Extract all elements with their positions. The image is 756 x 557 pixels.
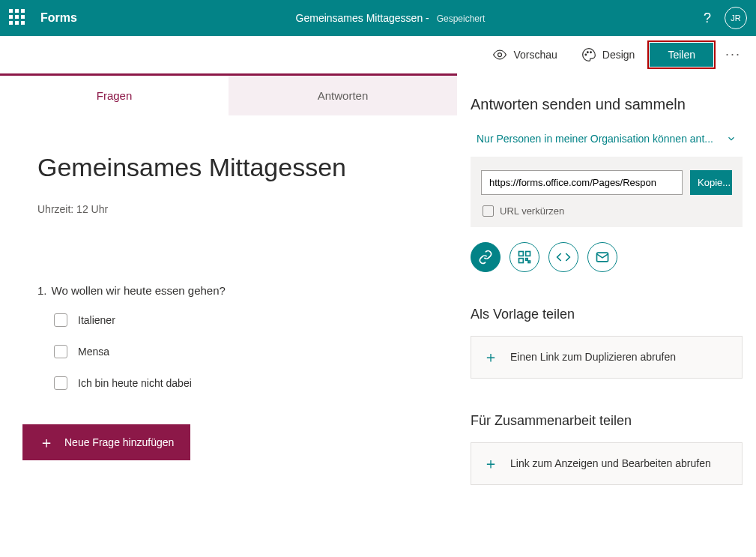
tab-answers[interactable]: Antworten — [229, 76, 457, 115]
option-row[interactable]: Italiener — [54, 313, 421, 327]
share-embed-icon[interactable] — [548, 242, 578, 272]
permission-label: Nur Personen in meiner Organisation könn… — [477, 133, 713, 145]
option-row[interactable]: Mensa — [54, 345, 421, 358]
plus-icon: ＋ — [39, 435, 54, 450]
option-label: Ich bin heute nicht dabei — [78, 377, 192, 389]
help-icon[interactable]: ? — [704, 10, 711, 26]
form-subtitle[interactable]: Uhrzeit: 12 Uhr — [37, 203, 421, 215]
svg-point-1 — [585, 54, 587, 55]
svg-rect-8 — [528, 261, 530, 263]
app-name: Forms — [40, 11, 77, 25]
option-row[interactable]: Ich bin heute nicht dabei — [54, 376, 421, 390]
svg-point-2 — [587, 51, 588, 52]
get-collab-link-button[interactable]: ＋Link zum Anzeigen und Bearbeiten abrufe… — [471, 442, 743, 485]
preview-label: Vorschau — [513, 49, 557, 61]
share-pane: Antworten senden und sammeln Nur Persone… — [457, 73, 756, 557]
chevron-down-icon — [726, 133, 737, 144]
question-number: 1. — [37, 284, 47, 297]
checkbox-icon — [54, 376, 67, 390]
checkbox-icon — [483, 205, 494, 217]
get-duplicate-link-button[interactable]: ＋Einen Link zum Duplizieren abrufen — [471, 336, 743, 379]
shorten-url-label: URL verkürzen — [500, 205, 564, 217]
option-label: Mensa — [78, 346, 109, 358]
template-section-title: Als Vorlage teilen — [471, 307, 743, 322]
svg-point-0 — [498, 52, 502, 56]
share-qr-icon[interactable] — [509, 242, 539, 272]
design-button[interactable]: Design — [572, 43, 644, 67]
document-title[interactable]: Gemeinsames Mittagessen — [296, 12, 423, 24]
eye-icon — [492, 47, 507, 62]
share-method-row — [471, 242, 743, 272]
tab-strip: Fragen Antworten — [0, 73, 457, 115]
svg-rect-4 — [519, 252, 524, 256]
avatar[interactable]: JR — [725, 7, 747, 29]
checkbox-icon — [54, 313, 67, 327]
form-title[interactable]: Gemeinsames Mittagessen — [37, 153, 421, 182]
question-1[interactable]: 1. Wo wollen wir heute essen gehen? Ital… — [37, 284, 421, 390]
save-status: Gespeichert — [437, 13, 486, 24]
editor-pane: Fragen Antworten Gemeinsames Mittagessen… — [0, 73, 457, 557]
share-pane-title: Antworten senden und sammeln — [471, 96, 743, 113]
app-header: Forms Gemeinsames Mittagessen - Gespeich… — [0, 0, 756, 36]
plus-icon: ＋ — [483, 454, 498, 474]
share-url-input[interactable] — [481, 170, 683, 195]
command-bar: Vorschau Design Teilen ··· — [0, 36, 756, 73]
option-label: Italiener — [78, 314, 115, 326]
share-label: Teilen — [668, 49, 695, 61]
copy-link-button[interactable]: Kopie... — [690, 170, 732, 195]
svg-rect-7 — [526, 259, 528, 261]
add-question-label: Neue Frage hinzufügen — [64, 436, 174, 448]
shorten-url-checkbox[interactable]: URL verkürzen — [481, 205, 732, 217]
share-button[interactable]: Teilen — [650, 43, 713, 67]
collab-section-title: Für Zusammenarbeit teilen — [471, 413, 743, 429]
share-link-icon[interactable] — [471, 242, 501, 272]
design-label: Design — [602, 49, 635, 61]
button-label: Link zum Anzeigen und Bearbeiten abrufen — [510, 457, 711, 471]
svg-rect-5 — [526, 252, 530, 256]
palette-icon — [581, 47, 596, 62]
preview-button[interactable]: Vorschau — [483, 43, 566, 67]
checkbox-icon — [54, 345, 67, 358]
more-options-icon[interactable]: ··· — [719, 46, 747, 62]
add-question-button[interactable]: ＋Neue Frage hinzufügen — [22, 424, 190, 460]
tab-questions[interactable]: Fragen — [0, 76, 229, 115]
svg-point-3 — [590, 51, 591, 52]
svg-rect-6 — [519, 259, 524, 263]
app-launcher-icon[interactable] — [9, 9, 27, 27]
button-label: Einen Link zum Duplizieren abrufen — [510, 350, 676, 364]
plus-icon: ＋ — [483, 347, 498, 367]
document-title-bar: Gemeinsames Mittagessen - Gespeichert — [77, 12, 704, 24]
permission-dropdown[interactable]: Nur Personen in meiner Organisation könn… — [471, 130, 743, 157]
link-card: Kopie... URL verkürzen — [471, 157, 743, 227]
question-text: Wo wollen wir heute essen gehen? — [52, 284, 226, 297]
share-email-icon[interactable] — [587, 242, 617, 272]
